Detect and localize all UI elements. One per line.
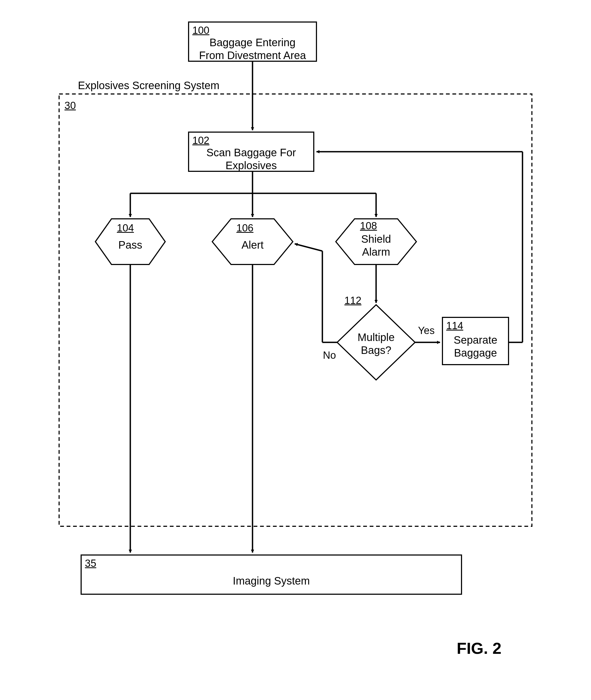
node-114-ref: 114 [446,320,463,332]
node-106-ref: 106 [237,222,253,234]
node-112-ref: 112 [344,295,361,306]
node-100-text1: Baggage Entering [189,36,316,49]
node-35-text: Imaging System [82,574,461,587]
node-114-text1: Separate [443,334,508,346]
node-114-text2: Baggage [443,346,508,359]
node-108-ref: 108 [360,220,377,232]
node-100-ref: 100 [192,25,209,36]
node-100-text2: From Divestment Area [189,49,316,62]
node-114: 114 Separate Baggage [442,317,509,365]
node-102-ref: 102 [192,135,209,146]
node-104-ref: 104 [117,222,134,234]
svg-marker-11 [337,305,415,380]
edge-yes-label: Yes [418,325,435,337]
node-102-text1: Scan Baggage For [189,146,313,159]
system-ref: 30 [64,100,76,112]
node-102-text2: Explosives [189,159,313,172]
edge-no-label: No [323,350,336,361]
diagram-canvas: Explosives Screening System 30 100 Bagga… [0,0,591,700]
svg-line-18 [295,244,322,251]
node-35-ref: 35 [85,558,96,569]
node-102: 102 Scan Baggage For Explosives [188,132,314,172]
system-title: Explosives Screening System [78,79,219,91]
node-35: 35 Imaging System [81,554,462,595]
node-100: 100 Baggage Entering From Divestment Are… [188,21,317,62]
figure-label: FIG. 2 [457,639,502,657]
